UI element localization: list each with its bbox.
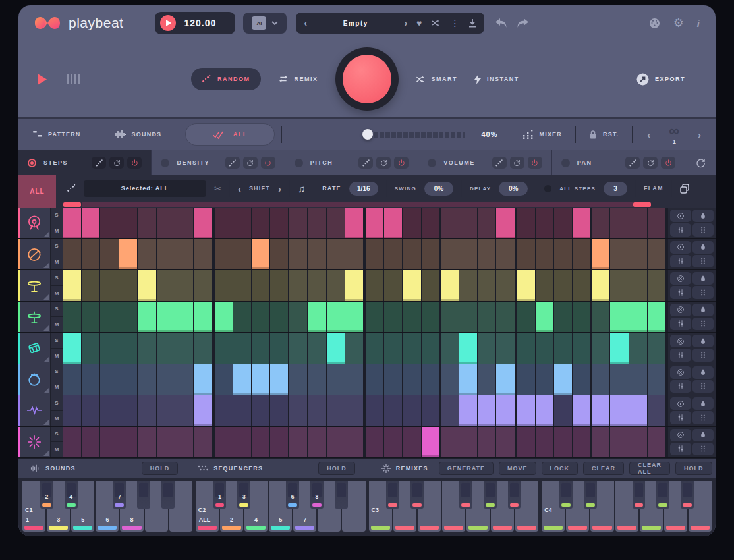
step-cell[interactable] (366, 239, 383, 270)
step-cell[interactable] (478, 395, 495, 426)
step-cell[interactable] (648, 208, 665, 238)
step-cell[interactable] (403, 364, 420, 395)
row-mixer-button[interactable] (670, 380, 691, 393)
step-cell[interactable] (345, 395, 363, 426)
step-cell[interactable] (517, 364, 535, 395)
step-cell[interactable] (629, 208, 647, 238)
black-key-C2-8[interactable]: 8 (310, 481, 324, 509)
step-cell[interactable] (100, 333, 118, 364)
row-clear-button[interactable] (670, 272, 691, 285)
row-drag-handle[interactable] (692, 223, 714, 236)
step-cell[interactable] (610, 208, 628, 238)
step-cell[interactable] (496, 302, 514, 333)
step-cell[interactable] (345, 208, 363, 238)
step-cell[interactable] (63, 302, 81, 333)
step-cell[interactable] (289, 239, 307, 270)
power-icon[interactable] (127, 157, 142, 169)
download-icon[interactable] (468, 19, 476, 28)
step-cell[interactable] (194, 270, 212, 301)
row-lock-button[interactable] (692, 272, 714, 285)
mute-button[interactable]: M (51, 286, 63, 301)
export-button[interactable]: EXPORT (636, 73, 685, 86)
black-key[interactable] (681, 481, 694, 509)
step-cell[interactable] (194, 364, 212, 395)
black-key-C2-6[interactable]: 6 (286, 481, 299, 509)
black-key-C1-7[interactable]: 7 (113, 481, 126, 509)
remix-button[interactable]: REMIX (278, 75, 318, 83)
tab-volume[interactable]: VOLUME (418, 150, 551, 175)
play-icon[interactable] (160, 15, 176, 31)
step-cell[interactable] (138, 364, 156, 395)
step-cell[interactable] (252, 364, 269, 395)
solo-button[interactable]: S (51, 302, 63, 318)
step-cell[interactable] (610, 239, 628, 270)
step-cell[interactable] (648, 239, 665, 270)
step-cell[interactable] (441, 395, 459, 426)
step-cell[interactable] (327, 395, 345, 426)
step-cell[interactable] (441, 270, 459, 301)
power-icon[interactable] (261, 157, 275, 169)
black-key[interactable] (137, 481, 150, 509)
step-cell[interactable] (610, 333, 628, 364)
step-cell[interactable] (478, 239, 495, 270)
step-cell[interactable] (289, 302, 307, 333)
step-cell[interactable] (215, 427, 233, 458)
step-cell[interactable] (270, 364, 288, 395)
instrument-button-synth-wave[interactable] (18, 395, 50, 426)
step-cell[interactable] (441, 427, 459, 458)
black-key[interactable] (633, 481, 646, 509)
refresh-icon[interactable] (643, 157, 658, 169)
step-cell[interactable] (194, 302, 212, 333)
instrument-corner-handle[interactable] (43, 263, 49, 268)
row-drag-handle[interactable] (692, 286, 714, 298)
step-cell[interactable] (233, 239, 251, 270)
step-cell[interactable] (422, 208, 439, 238)
main-generate-button-face[interactable] (343, 55, 391, 103)
shift-left-button[interactable]: ‹ (238, 184, 241, 194)
step-cell[interactable] (629, 302, 647, 333)
step-cell[interactable] (592, 364, 609, 395)
tab-indicator-dot[interactable] (161, 159, 169, 167)
shuffle-icon[interactable] (431, 19, 441, 27)
row-clear-button[interactable] (670, 241, 691, 254)
power-icon[interactable] (661, 157, 675, 169)
step-cell[interactable] (384, 427, 402, 458)
step-cell[interactable] (459, 395, 477, 426)
mute-button[interactable]: M (51, 223, 63, 238)
step-cell[interactable] (270, 208, 288, 238)
step-cell[interactable] (327, 270, 345, 301)
step-cell[interactable] (119, 239, 137, 270)
step-cell[interactable] (215, 302, 233, 333)
refresh-icon[interactable] (243, 157, 258, 169)
row-mixer-button[interactable] (670, 223, 691, 236)
black-key[interactable] (410, 481, 424, 509)
row-drag-handle[interactable] (692, 380, 714, 393)
step-cell[interactable] (403, 239, 420, 270)
step-cell[interactable] (194, 427, 212, 458)
step-cell[interactable] (119, 208, 137, 238)
solo-button[interactable]: S (51, 333, 63, 349)
step-cell[interactable] (648, 270, 665, 301)
step-cell[interactable] (289, 333, 307, 364)
step-cell[interactable] (592, 395, 609, 426)
row-clear-button[interactable] (670, 397, 691, 410)
step-cell[interactable] (629, 427, 647, 458)
power-icon[interactable] (528, 157, 542, 169)
step-cell[interactable] (366, 270, 383, 301)
step-cell[interactable] (175, 427, 193, 458)
step-cell[interactable] (289, 427, 307, 458)
step-cell[interactable] (119, 333, 137, 364)
step-cell[interactable] (100, 270, 118, 301)
step-cell[interactable] (496, 239, 514, 270)
black-key[interactable] (508, 481, 521, 509)
instrument-button-open-hihat[interactable] (18, 302, 50, 333)
step-cell[interactable] (384, 333, 402, 364)
scatter-icon[interactable] (625, 157, 640, 169)
step-cell[interactable] (175, 395, 193, 426)
step-cell[interactable] (422, 395, 439, 426)
step-cell[interactable] (82, 395, 99, 426)
preset-prev-button[interactable]: ‹ (304, 18, 307, 28)
row-clear-button[interactable] (670, 304, 691, 316)
transport-play-button[interactable] (37, 74, 47, 85)
step-cell[interactable] (119, 302, 137, 333)
